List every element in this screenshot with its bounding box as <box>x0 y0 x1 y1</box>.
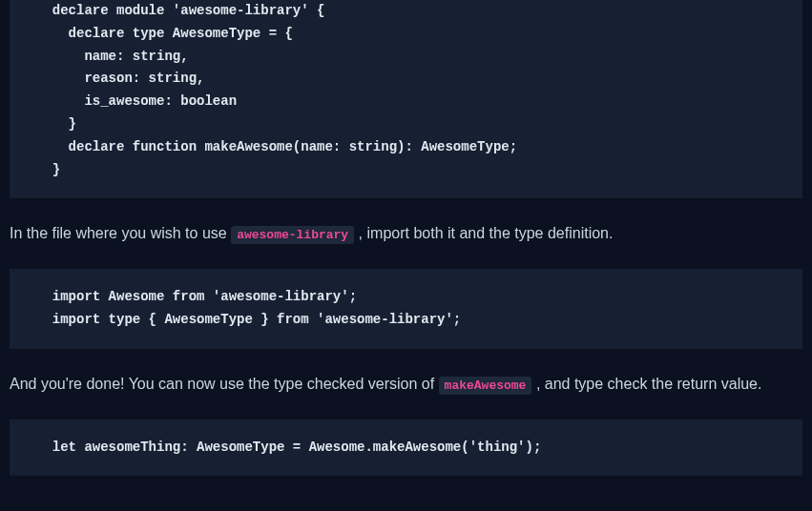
prose-text: , and type check the return value. <box>536 376 762 392</box>
code-block-declare-module: declare module 'awesome-library' { decla… <box>10 0 802 198</box>
inline-code-awesome-library: awesome-library <box>231 226 354 244</box>
prose-text: , import both it and the type definition… <box>359 225 614 241</box>
prose-text: In the file where you wish to use <box>10 225 231 241</box>
prose-text: And you're done! You can now use the typ… <box>10 376 439 392</box>
code-block-usage: let awesomeThing: AwesomeType = Awesome.… <box>10 419 802 477</box>
inline-code-make-awesome: makeAwesome <box>439 377 532 395</box>
prose-import-instruction: In the file where you wish to use awesom… <box>10 221 802 246</box>
code-block-imports: import Awesome from 'awesome-library'; i… <box>10 269 802 349</box>
prose-done-instruction: And you're done! You can now use the typ… <box>10 372 802 397</box>
